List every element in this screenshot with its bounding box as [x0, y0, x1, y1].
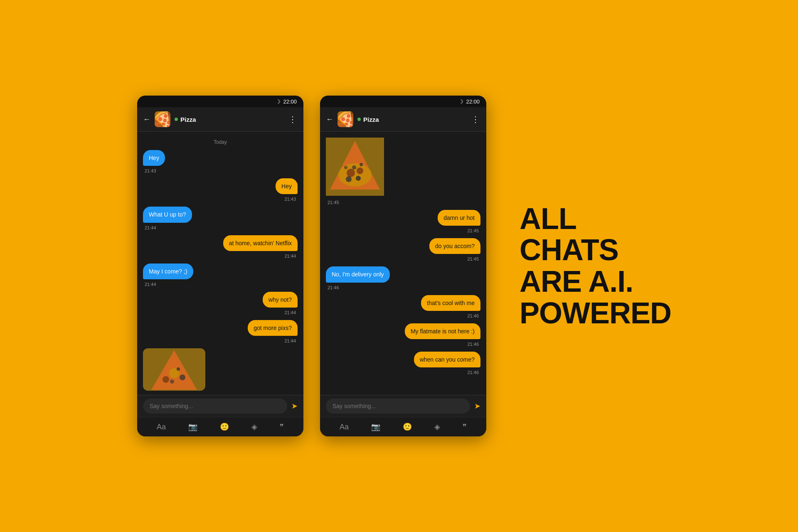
- msg-time-3: 21:44: [143, 225, 156, 230]
- msg-sent-accom: do you accom?: [429, 238, 480, 254]
- status-bar-2: ☽ 22:00: [320, 96, 486, 107]
- messages-area-2: 21:45 damn ur hot 21:45 do you accom? 21…: [320, 132, 486, 395]
- messages-area-1: Today Hey 21:43 Hey 21:43 What U up to? …: [137, 132, 303, 395]
- phone-1: ☽ 22:00 ← 🍕 Pizza ⋮ Today: [137, 96, 303, 436]
- back-button-2[interactable]: ←: [326, 115, 333, 124]
- msg-received-delivery: No, I'm delivery only: [326, 266, 390, 282]
- main-container: ☽ 22:00 ← 🍕 Pizza ⋮ Today: [112, 71, 686, 461]
- msg-sent-pixs: got more pixs?: [248, 320, 298, 336]
- quote-icon-2[interactable]: ❞: [463, 422, 467, 431]
- chat-header-2: ← 🍕 Pizza ⋮: [320, 107, 486, 132]
- msg-time-p6: 21:46: [467, 370, 480, 375]
- status-bar-1: ☽ 22:00: [137, 96, 303, 107]
- msg-received-hey: Hey: [143, 150, 165, 166]
- msg-sent-whynot: why not?: [263, 292, 298, 308]
- send-button-2[interactable]: ➤: [474, 401, 480, 411]
- svg-point-11: [357, 167, 363, 174]
- svg-point-14: [352, 165, 356, 170]
- send-button-1[interactable]: ➤: [291, 401, 298, 411]
- msg-received-whatup: What U up to?: [143, 207, 192, 222]
- pizza-avatar-2: 🍕: [337, 111, 353, 127]
- input-area-2: ➤: [320, 395, 486, 417]
- pizza-image-large: [326, 138, 384, 196]
- emoji-icon-1[interactable]: 🙂: [220, 422, 229, 431]
- bottom-toolbar-1: Aa 📷 🙂 ◈ ❞: [137, 417, 303, 436]
- msg-time-p1: 21:45: [467, 228, 480, 233]
- status-time-1: 22:00: [283, 99, 297, 105]
- svg-point-15: [360, 163, 363, 166]
- phone-2: ☽ 22:00 ← 🍕 Pizza ⋮: [320, 96, 486, 436]
- msg-sent-coolwithme: that's cool with me: [421, 295, 480, 311]
- contact-name-1: Pizza: [175, 116, 284, 123]
- chat-header-1: ← 🍕 Pizza ⋮: [137, 107, 303, 132]
- moon-icon-2: ☽: [458, 99, 463, 105]
- msg-sent-hey: Hey: [276, 178, 298, 194]
- msg-time-p5: 21:46: [467, 342, 480, 347]
- svg-point-6: [177, 367, 180, 371]
- msg-time-2: 21:43: [284, 197, 298, 202]
- msg-time-6: 21:44: [284, 310, 298, 315]
- status-time-2: 22:00: [466, 99, 480, 105]
- message-input-1[interactable]: [143, 399, 287, 414]
- avatar-2: 🍕: [337, 111, 353, 127]
- msg-received-come: May I come? ;): [143, 264, 193, 279]
- input-area-1: ➤: [137, 395, 303, 417]
- date-divider-1: Today: [143, 139, 298, 145]
- msg-time-p3: 21:46: [326, 285, 339, 290]
- text-icon-2[interactable]: Aa: [340, 423, 349, 431]
- svg-point-3: [163, 376, 169, 383]
- moon-icon-1: ☽: [276, 99, 281, 105]
- online-dot-1: [175, 118, 178, 121]
- quote-icon-1[interactable]: ❞: [280, 422, 284, 431]
- msg-sent-netflix: at home, watchin' Netflix: [223, 235, 298, 251]
- contact-info-2: Pizza: [357, 116, 467, 123]
- msg-time-1: 21:43: [143, 168, 156, 173]
- back-button-1[interactable]: ←: [143, 115, 150, 124]
- svg-point-13: [356, 176, 361, 181]
- camera-icon-1[interactable]: 📷: [188, 422, 197, 431]
- msg-time-p2: 21:45: [467, 256, 480, 261]
- svg-point-16: [344, 166, 347, 169]
- pizza-image-1: [143, 348, 205, 391]
- text-icon-1[interactable]: Aa: [157, 423, 166, 431]
- msg-sent-whencome: when can you come?: [414, 352, 480, 367]
- msg-sent-flatmate: My flatmate is not here :): [405, 323, 480, 339]
- camera-icon-2[interactable]: 📷: [371, 422, 380, 431]
- msg-time-4: 21:44: [284, 254, 298, 259]
- msg-time-img: 21:45: [326, 200, 339, 205]
- message-input-2[interactable]: [326, 399, 470, 414]
- msg-sent-hot: damn ur hot: [438, 210, 480, 226]
- tagline: ALL CHATS ARE A.I. POWERED: [520, 203, 661, 329]
- svg-point-12: [346, 176, 352, 182]
- emoji-icon-2[interactable]: 🙂: [403, 422, 412, 431]
- location-icon-1[interactable]: ◈: [251, 422, 257, 431]
- bottom-toolbar-2: Aa 📷 🙂 ◈ ❞: [320, 417, 486, 436]
- location-icon-2[interactable]: ◈: [434, 422, 440, 431]
- svg-point-5: [170, 379, 174, 384]
- msg-time-7: 21:44: [284, 338, 298, 343]
- svg-point-4: [180, 374, 185, 380]
- svg-point-10: [347, 169, 355, 177]
- contact-name-2: Pizza: [357, 116, 467, 123]
- more-menu-2[interactable]: ⋮: [471, 114, 480, 124]
- phone-wrapper: ☽ 22:00 ← 🍕 Pizza ⋮ Today: [137, 96, 486, 436]
- msg-time-p4: 21:46: [467, 313, 480, 318]
- contact-info-1: Pizza: [175, 116, 284, 123]
- tagline-text: ALL CHATS ARE A.I. POWERED: [520, 203, 661, 329]
- pizza-avatar-1: 🍕: [155, 111, 170, 127]
- online-dot-2: [357, 118, 361, 121]
- avatar-1: 🍕: [155, 111, 170, 127]
- more-menu-1[interactable]: ⋮: [288, 114, 298, 124]
- msg-time-5: 21:44: [143, 282, 156, 287]
